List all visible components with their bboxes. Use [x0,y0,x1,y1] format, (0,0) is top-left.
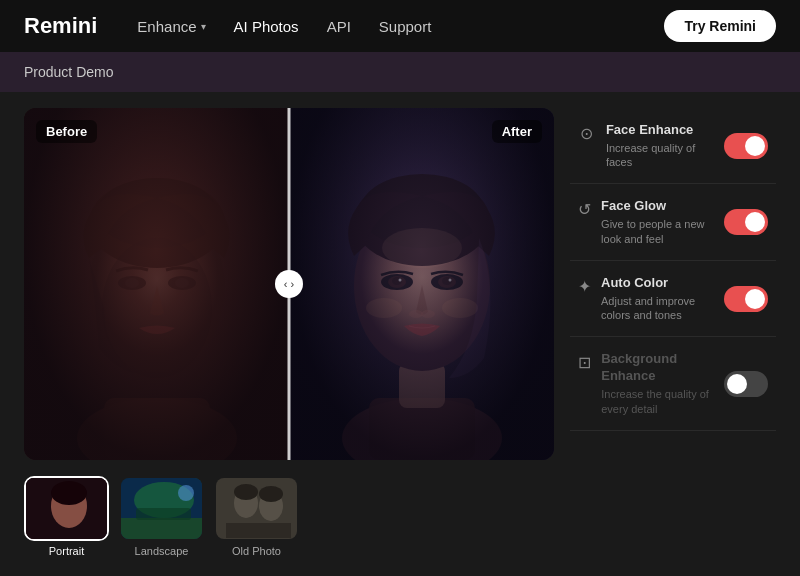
svg-point-24 [399,279,402,282]
svg-rect-12 [289,108,554,460]
svg-point-39 [178,485,194,501]
controls-panel: ⊙ Face Enhance Increase quality of faces… [570,108,776,560]
svg-point-22 [388,276,406,288]
compare-handle[interactable]: ‹ › [275,270,303,298]
svg-rect-0 [24,108,289,460]
toggle-knob [727,374,747,394]
face-enhance-toggle[interactable] [724,133,768,159]
portrait-thumb-img [24,476,109,541]
after-side [289,108,554,460]
thumbnail-old-photo[interactable]: Old Photo [214,476,299,557]
portrait-thumb-label: Portrait [49,545,84,557]
control-face-enhance: ⊙ Face Enhance Increase quality of faces [570,108,776,184]
svg-point-21 [431,274,463,290]
toggle-knob [745,289,765,309]
svg-point-29 [442,298,478,318]
auto-color-toggle[interactable] [724,286,768,312]
navbar: Remini Enhance ▾ AI Photos API Support T… [0,0,800,52]
svg-point-10 [102,238,212,378]
toggle-knob [745,212,765,232]
nav-api[interactable]: API [327,18,351,35]
old-photo-thumb-label: Old Photo [232,545,281,557]
svg-point-7 [168,276,196,290]
svg-point-13 [342,398,502,460]
svg-point-27 [449,279,452,282]
svg-rect-45 [226,523,291,538]
face-enhance-icon: ⊙ [578,124,596,143]
demo-panel: Before After ‹ › [24,108,554,560]
thumbnails-row: Portrait Landscape [24,476,554,557]
breadcrumb-text: Product Demo [24,64,113,80]
face-glow-label: Face Glow [601,198,724,215]
svg-point-5 [97,178,217,248]
auto-color-label: Auto Color [601,275,724,292]
nav-links: Enhance ▾ AI Photos API Support [137,18,632,35]
svg-rect-15 [399,363,445,408]
after-label: After [492,120,542,143]
landscape-thumb-label: Landscape [135,545,189,557]
main-content: Before After ‹ › [0,92,800,576]
svg-point-28 [366,298,402,318]
background-enhance-desc: Increase the quality of every detail [601,387,724,416]
face-glow-desc: Give to people a new look and feel [601,217,724,246]
nav-ai-photos[interactable]: AI Photos [234,18,299,35]
svg-point-4 [89,178,225,268]
try-remini-button[interactable]: Try Remini [664,10,776,42]
svg-point-25 [438,276,456,288]
chevron-down-icon: ▾ [201,21,206,32]
svg-point-3 [89,203,225,373]
svg-point-31 [421,310,435,318]
face-glow-toggle[interactable] [724,209,768,235]
compare-viewer[interactable]: Before After ‹ › [24,108,554,460]
svg-point-1 [77,398,237,460]
face-enhance-desc: Increase quality of faces [606,141,724,170]
svg-point-43 [234,484,258,500]
auto-color-desc: Adjust and improve colors and tones [601,294,724,323]
face-enhance-label: Face Enhance [606,122,724,139]
svg-point-20 [381,274,413,290]
svg-point-9 [175,278,189,288]
svg-rect-2 [104,398,210,460]
landscape-thumb-img [119,476,204,541]
svg-point-19 [382,228,462,268]
background-enhance-toggle[interactable] [724,371,768,397]
toggle-knob [745,136,765,156]
svg-point-44 [259,486,283,502]
svg-point-8 [125,278,139,288]
face-glow-icon: ↺ [578,200,591,219]
svg-rect-38 [136,508,191,520]
before-label: Before [36,120,97,143]
svg-rect-11 [289,108,554,460]
control-background-enhance: ⊡ Background Enhance Increase the qualit… [570,337,776,430]
background-enhance-label: Background Enhance [601,351,724,385]
svg-point-23 [392,277,402,285]
svg-point-6 [118,276,146,290]
svg-point-26 [442,277,452,285]
svg-point-30 [409,310,423,318]
svg-point-18 [360,174,484,248]
brand-logo[interactable]: Remini [24,13,97,39]
nav-support[interactable]: Support [379,18,432,35]
svg-rect-36 [121,518,204,541]
svg-rect-14 [369,398,475,460]
background-enhance-icon: ⊡ [578,353,591,372]
thumbnail-landscape[interactable]: Landscape [119,476,204,557]
breadcrumb: Product Demo [0,52,800,92]
auto-color-icon: ✦ [578,277,591,296]
control-auto-color: ✦ Auto Color Adjust and improve colors a… [570,261,776,337]
before-side [24,108,289,460]
svg-point-16 [354,201,490,371]
svg-point-34 [51,481,87,505]
control-face-glow: ↺ Face Glow Give to people a new look an… [570,184,776,260]
nav-enhance[interactable]: Enhance ▾ [137,18,205,35]
svg-point-17 [354,176,490,266]
thumbnail-portrait[interactable]: Portrait [24,476,109,557]
old-photo-thumb-img [214,476,299,541]
